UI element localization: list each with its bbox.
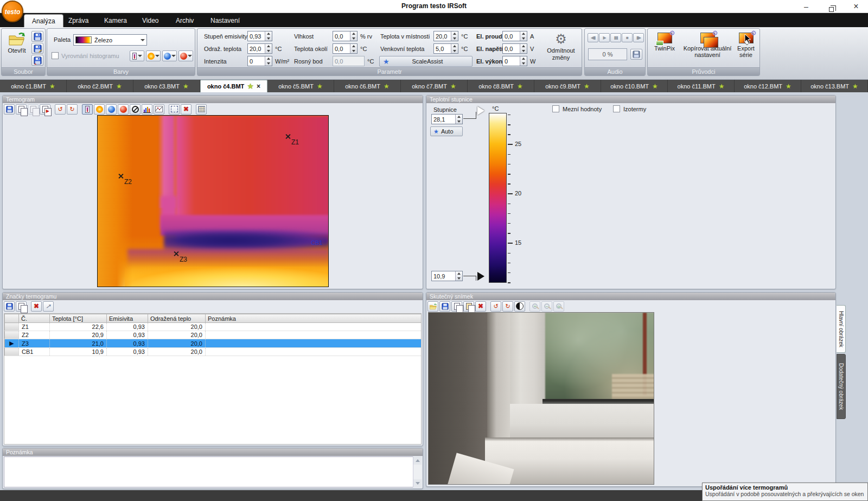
export-thermogram-button[interactable]: ▶ — [40, 104, 50, 115]
thermal-image[interactable]: Z1 Z2 Z3 CB1 — [97, 115, 329, 287]
menu-tab-zprava[interactable]: Zpráva — [61, 14, 96, 27]
row-selector[interactable] — [5, 348, 19, 356]
doc-tab-5[interactable]: okno č5.BMT★ — [267, 80, 334, 92]
cell-note[interactable] — [206, 339, 422, 348]
intensity-spinbox[interactable]: 0 — [247, 56, 272, 66]
menu-tab-archiv[interactable]: Archiv — [168, 14, 201, 27]
contrast-button[interactable] — [514, 301, 525, 312]
room-temp-spinbox[interactable]: 20,0 — [433, 31, 458, 41]
scroll-down-button[interactable] — [413, 479, 422, 487]
rotate-right-button[interactable]: ↻ — [67, 104, 78, 115]
tab-additional-image[interactable]: Dodatečný obrázek — [837, 354, 846, 419]
row-selector[interactable] — [5, 323, 19, 331]
audio-save-button[interactable] — [630, 49, 642, 60]
audio-prev-button[interactable]: ◀▮ — [588, 33, 598, 42]
auto-button[interactable]: ★ Auto — [430, 126, 463, 136]
rotate-left-button[interactable]: ↺ — [55, 104, 66, 115]
coldspot-color-button[interactable] — [162, 50, 177, 61]
open-image-button[interactable] — [427, 301, 438, 312]
temperature-scale-bar[interactable] — [489, 113, 507, 283]
zoom-out-button[interactable]: − — [541, 301, 552, 312]
select-mark-button[interactable]: ➚ — [43, 301, 54, 312]
histogram-display-button[interactable] — [130, 50, 144, 61]
doc-tab-2[interactable]: okno č2.BMT★ — [67, 80, 133, 92]
doc-tab-12[interactable]: okno č12.BMT★ — [735, 80, 801, 92]
hot-spot-button[interactable] — [94, 104, 105, 115]
favorite-star-icon[interactable]: ★ — [786, 83, 792, 90]
col-header-c[interactable]: Č. — [19, 314, 50, 323]
copy-image-button[interactable] — [451, 301, 462, 312]
note-scrollbar[interactable] — [413, 456, 422, 487]
audio-stop-button[interactable]: ■ — [622, 33, 633, 42]
delete-mark-button[interactable]: ✖ — [31, 301, 42, 312]
favorite-star-icon[interactable]: ★ — [719, 83, 725, 90]
twinpix-button[interactable]: ⚙ TwinPix — [645, 33, 684, 52]
marker-Z2-cross[interactable] — [118, 173, 124, 179]
save-marks-button[interactable] — [4, 301, 15, 312]
doc-tab-7[interactable]: okno č7.BMT★ — [401, 80, 468, 92]
profile-chart-button[interactable] — [154, 104, 164, 115]
save-as-button[interactable] — [31, 43, 43, 54]
minimize-button[interactable]: – — [794, 0, 818, 13]
audio-pause-button[interactable]: ▮▮ — [610, 33, 621, 42]
doc-tab-10[interactable]: okno č10.BMT★ — [601, 80, 668, 92]
doc-tab-13[interactable]: okno č13.BMT★ — [801, 80, 868, 92]
copy-marks-button[interactable] — [16, 301, 27, 312]
save-button[interactable] — [31, 31, 43, 42]
reflected-temp-spinbox[interactable]: 20,0 — [247, 43, 272, 54]
histogram-toggle-button[interactable] — [82, 104, 93, 115]
favorite-star-icon[interactable]: ★ — [49, 83, 55, 90]
restore-button[interactable] — [819, 0, 843, 13]
tab-main-image[interactable]: Hlavní obrázek — [837, 305, 846, 353]
isotherms-checkbox[interactable] — [613, 105, 620, 112]
col-header-emisivita[interactable]: Emisivita — [107, 314, 148, 323]
save-all-button[interactable] — [31, 55, 43, 66]
emissivity-spinbox[interactable]: 0,93 — [247, 31, 272, 41]
row-selector-current[interactable]: ▶ — [5, 339, 19, 348]
grid-button[interactable] — [196, 104, 207, 115]
doc-tab-11[interactable]: okno č11.BMT★ — [668, 80, 735, 92]
table-row-Z3-selected[interactable]: ▶ Z3 21,0 0,93 20,0 — [5, 339, 422, 348]
rotate-image-right-button[interactable]: ↻ — [502, 301, 513, 312]
favorite-star-icon[interactable]: ★ — [450, 83, 456, 90]
scroll-up-button[interactable] — [413, 456, 422, 465]
zoom-reset-button[interactable]: o — [553, 301, 564, 312]
ambient-temp-spinbox[interactable]: 0,0 — [333, 43, 358, 54]
hotspot-color-button[interactable] — [146, 50, 161, 61]
scale-max-spinbox[interactable]: 28,1 — [431, 114, 463, 124]
audio-play-button[interactable]: ▶ — [599, 33, 610, 42]
menu-tab-analyza[interactable]: Analýza — [24, 14, 63, 27]
menu-tab-video[interactable]: Video — [135, 14, 166, 27]
col-header-teplota[interactable]: Teplota [°C] — [50, 314, 107, 323]
scale-max-slider-handle[interactable] — [477, 106, 484, 115]
add-marker-button[interactable] — [118, 104, 129, 115]
doc-tab-4-active[interactable]: okno č4.BMT★× — [200, 80, 267, 92]
favorite-star-icon[interactable]: ★ — [852, 83, 858, 90]
delete-image-button[interactable]: ✖ — [475, 301, 486, 312]
favorite-star-icon[interactable]: ★ — [247, 83, 253, 90]
current-spinbox[interactable]: 0,0 — [502, 31, 527, 41]
scaleassist-button[interactable]: ★ ScaleAssist — [379, 56, 473, 67]
favorite-star-icon[interactable]: ★ — [384, 83, 390, 90]
doc-tab-8[interactable]: okno č8.BMT★ — [468, 80, 534, 92]
table-row-CB1[interactable]: CB1 10,9 0,93 20,0 — [5, 348, 422, 356]
histogram-checkbox[interactable] — [52, 52, 59, 59]
voltage-spinbox[interactable]: 0,0 — [502, 43, 527, 54]
paste-image-button[interactable] — [463, 301, 474, 312]
cell-note[interactable] — [206, 323, 422, 331]
doc-tab-9[interactable]: okno č9.BMT★ — [534, 80, 601, 92]
cold-spot-button[interactable] — [106, 104, 117, 115]
cell-note[interactable] — [206, 331, 422, 339]
marker-Z1-cross[interactable] — [285, 134, 291, 139]
doc-tab-1[interactable]: okno č1.BMT★ — [0, 80, 67, 92]
cell-note[interactable] — [206, 348, 422, 356]
palette-dropdown[interactable]: Železo — [73, 34, 147, 46]
col-header-odrazena[interactable]: Odražená teplo — [148, 314, 206, 323]
power-spinbox[interactable]: 0 — [502, 56, 527, 66]
favorite-star-icon[interactable]: ★ — [317, 83, 323, 90]
audio-next-button[interactable]: ▮▶ — [633, 33, 644, 42]
note-input[interactable] — [4, 456, 422, 487]
zoom-in-button[interactable]: + — [529, 301, 540, 312]
doc-tab-3[interactable]: okno č3.BMT★ — [133, 80, 200, 92]
scale-min-spinbox[interactable]: 10,9 — [431, 271, 463, 281]
